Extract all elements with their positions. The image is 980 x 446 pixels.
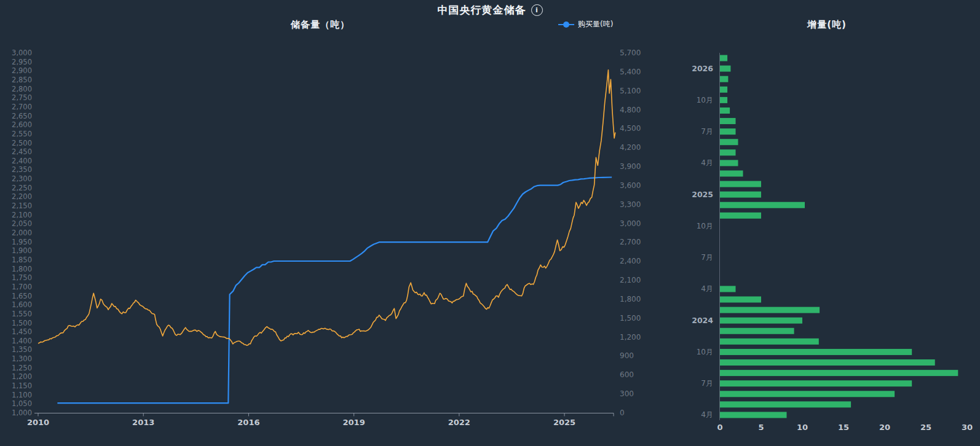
increment-bar[interactable]	[720, 160, 738, 166]
left-y-axis-label: 1,100	[12, 391, 32, 399]
right-y-axis-label: 2,100	[620, 276, 641, 284]
left-y-axis-label: 2,750	[12, 93, 32, 102]
bar-month-label: 10月	[697, 222, 713, 230]
increment-bar[interactable]	[720, 192, 761, 198]
left-y-axis-label: 1,250	[12, 364, 32, 372]
bar-month-label: 4月	[701, 410, 713, 419]
increment-bar[interactable]	[720, 328, 794, 334]
left-y-axis-label: 3,000	[12, 49, 32, 57]
charts-canvas: 3,0002,9502,9002,8502,8002,7502,7002,650…	[0, 0, 980, 446]
left-y-axis-label: 2,700	[12, 103, 32, 111]
increment-bar[interactable]	[720, 108, 730, 114]
increment-bar[interactable]	[720, 202, 805, 208]
bar-month-label: 10月	[697, 348, 713, 356]
x-axis-year-label: 2013	[132, 418, 154, 427]
left-y-axis-label: 2,800	[12, 85, 32, 93]
increment-bar[interactable]	[720, 118, 736, 124]
left-y-axis-label: 2,200	[12, 192, 32, 201]
left-y-axis-label: 1,800	[12, 265, 32, 273]
bar-year-label: 2025	[692, 190, 713, 199]
right-y-axis-label: 0	[620, 409, 625, 417]
right-y-axis-label: 1,800	[620, 295, 641, 303]
left-y-axis-label: 1,150	[12, 381, 32, 390]
left-y-axis-label: 2,450	[12, 147, 32, 156]
increment-bar[interactable]	[720, 401, 851, 407]
bar-month-label: 4月	[701, 284, 713, 293]
x-axis-year-label: 2010	[27, 418, 49, 427]
x-axis-year-label: 2019	[343, 418, 365, 427]
increment-bar[interactable]	[720, 55, 727, 61]
increment-bar[interactable]	[720, 318, 802, 324]
bar-month-label: 7月	[701, 127, 713, 136]
left-y-axis-label: 2,600	[12, 120, 32, 129]
increment-bar[interactable]	[720, 181, 761, 187]
left-y-axis-label: 1,300	[12, 354, 32, 363]
right-y-axis-label: 2,400	[620, 257, 641, 265]
bar-x-axis-label: 20	[879, 423, 890, 432]
increment-bar[interactable]	[720, 412, 787, 418]
left-y-axis-label: 1,500	[12, 319, 32, 327]
left-y-axis-label: 1,350	[12, 345, 32, 354]
increment-bar[interactable]	[720, 359, 935, 366]
left-y-axis-label: 2,050	[12, 219, 32, 228]
x-axis-year-label: 2016	[237, 418, 259, 427]
right-y-axis-label: 3,000	[620, 219, 641, 228]
increment-bar[interactable]	[720, 338, 819, 345]
bar-x-axis-label: 0	[717, 423, 722, 432]
left-y-axis-label: 2,850	[12, 76, 32, 84]
increment-bar[interactable]	[720, 149, 736, 155]
x-axis-year-label: 2025	[553, 418, 575, 427]
right-y-axis-label: 3,900	[620, 162, 641, 171]
increment-bar[interactable]	[720, 87, 727, 93]
left-y-axis-label: 2,100	[12, 211, 32, 219]
right-y-axis-label: 2,700	[620, 238, 641, 246]
right-y-axis-label: 1,200	[620, 333, 641, 342]
bar-year-label: 2024	[692, 316, 713, 325]
price-series-line[interactable]	[38, 70, 615, 345]
right-y-axis-label: 4,800	[620, 106, 641, 114]
bar-month-label: 4月	[701, 158, 713, 167]
bar-x-axis-label: 15	[838, 423, 849, 432]
left-y-axis-label: 2,300	[12, 174, 32, 183]
increment-bar[interactable]	[720, 139, 738, 145]
increment-bar[interactable]	[720, 128, 736, 135]
right-y-axis-label: 3,300	[620, 200, 641, 209]
increment-bar[interactable]	[720, 297, 761, 303]
increment-bar[interactable]	[720, 391, 895, 397]
right-y-axis-label: 900	[620, 351, 634, 360]
increment-bar[interactable]	[720, 213, 761, 219]
left-y-axis-label: 2,550	[12, 130, 32, 138]
right-y-axis-label: 5,100	[620, 87, 641, 95]
right-y-axis-label: 5,700	[620, 49, 641, 57]
left-y-axis-label: 1,700	[12, 283, 32, 291]
increment-bar[interactable]	[720, 97, 727, 103]
left-y-axis-label: 1,650	[12, 292, 32, 300]
increment-bar[interactable]	[720, 370, 958, 376]
bar-month-label: 7月	[701, 379, 713, 388]
bar-x-axis-label: 25	[920, 423, 931, 432]
increment-bar[interactable]	[720, 307, 820, 313]
left-y-axis-label: 2,150	[12, 201, 32, 210]
left-y-axis-label: 1,550	[12, 310, 32, 318]
bar-month-label: 10月	[697, 96, 713, 104]
bar-year-label: 2026	[692, 64, 713, 73]
left-y-axis-label: 1,750	[12, 273, 32, 282]
left-y-axis-label: 1,200	[12, 372, 32, 381]
gold-reserve-dashboard: 中国央行黄金储备 i 储备量（吨） 购买量(吨) 增量(吨) 3,0002,95…	[0, 0, 980, 446]
increment-bar[interactable]	[720, 380, 912, 386]
purchase-series-line[interactable]	[57, 178, 612, 404]
left-y-axis-label: 1,900	[12, 246, 32, 255]
right-y-axis-label: 4,500	[620, 124, 641, 133]
left-y-axis-label: 1,950	[12, 238, 32, 246]
left-y-axis-label: 2,950	[12, 58, 32, 66]
increment-bar[interactable]	[720, 66, 730, 72]
left-y-axis-label: 1,050	[12, 399, 32, 408]
right-y-axis-label: 1,500	[620, 314, 641, 323]
increment-bar[interactable]	[720, 286, 736, 292]
bar-x-axis-label: 30	[962, 423, 973, 432]
bar-x-axis-label: 5	[758, 423, 764, 432]
increment-bar[interactable]	[720, 76, 728, 82]
increment-bar[interactable]	[720, 170, 743, 176]
increment-bar[interactable]	[720, 349, 912, 355]
left-y-axis-label: 1,000	[12, 409, 32, 417]
